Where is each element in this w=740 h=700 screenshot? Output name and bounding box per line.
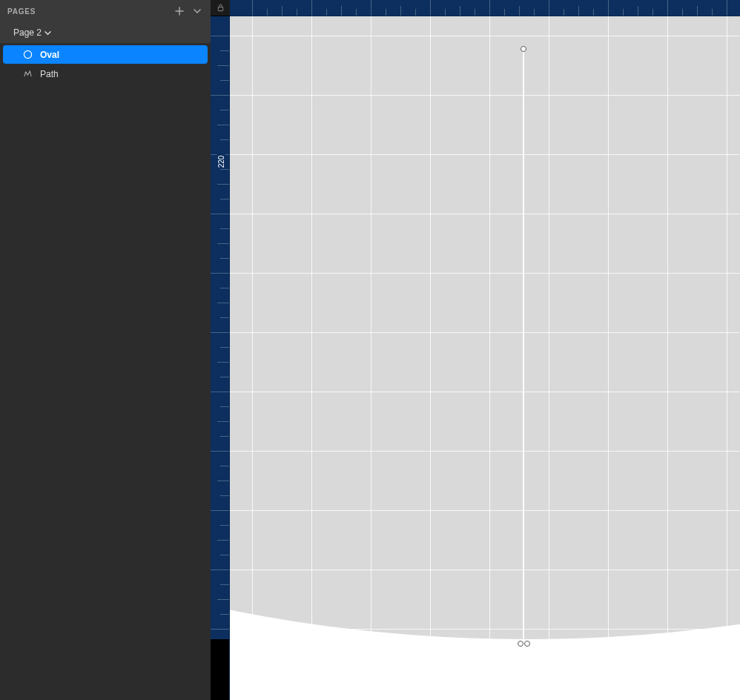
vertical-ruler-label: 220 bbox=[217, 153, 225, 171]
ruler-overflow-region bbox=[211, 639, 229, 700]
lock-icon bbox=[217, 4, 225, 12]
layer-item-path[interactable]: Path bbox=[3, 65, 208, 83]
oval-radius-indicator[interactable] bbox=[523, 50, 524, 642]
page-selector-label: Page 2 bbox=[13, 27, 42, 38]
canvas[interactable] bbox=[230, 16, 740, 700]
selection-handle-top[interactable] bbox=[521, 46, 526, 52]
sidebar: PAGES Page 2 Oval bbox=[0, 0, 211, 700]
svg-rect-1 bbox=[218, 7, 222, 11]
pages-title: PAGES bbox=[7, 7, 36, 16]
vertical-ruler[interactable]: 220 bbox=[211, 16, 230, 700]
svg-point-0 bbox=[24, 50, 31, 58]
ruler-lock-corner[interactable] bbox=[211, 0, 230, 16]
oval-shape[interactable] bbox=[230, 16, 740, 639]
vertical-ruler-gutter: 220 bbox=[211, 0, 230, 700]
path-icon bbox=[22, 69, 33, 79]
layer-item-oval[interactable]: Oval bbox=[3, 45, 208, 64]
layer-list: Oval Path bbox=[0, 43, 211, 84]
oval-icon bbox=[22, 50, 33, 60]
canvas-column bbox=[230, 0, 740, 700]
selection-handle-bottom-left[interactable] bbox=[518, 641, 523, 647]
layer-item-label: Oval bbox=[40, 50, 59, 60]
pages-header-actions bbox=[174, 5, 203, 17]
layer-item-label: Path bbox=[40, 69, 59, 79]
page-selector[interactable]: Page 2 bbox=[0, 22, 211, 43]
pages-header: PAGES bbox=[0, 0, 211, 22]
add-page-icon[interactable] bbox=[174, 5, 185, 17]
chevron-down-icon[interactable] bbox=[191, 5, 203, 17]
chevron-down-icon bbox=[44, 30, 51, 36]
selection-handle-bottom-right[interactable] bbox=[524, 641, 530, 647]
horizontal-ruler[interactable] bbox=[230, 0, 740, 16]
